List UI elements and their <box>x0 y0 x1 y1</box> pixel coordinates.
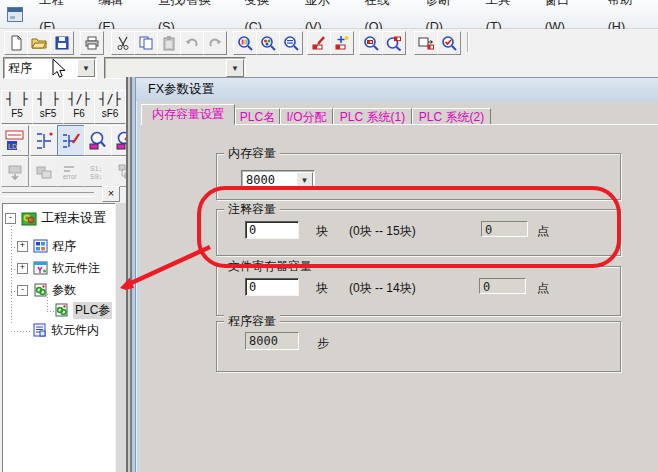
tree-item-parameter[interactable]: - 参数 <box>17 281 76 299</box>
undo-button[interactable] <box>180 31 204 55</box>
tree-root-label: 工程未设置 <box>41 209 106 227</box>
disabled-error-jump-button[interactable]: error <box>57 156 85 187</box>
disabled-block-button[interactable] <box>30 156 58 187</box>
tab-plc-name[interactable]: PLC名 <box>235 108 280 125</box>
toolbar-separator <box>467 32 469 52</box>
insert-star-icon <box>334 35 350 51</box>
save-button[interactable] <box>50 31 74 55</box>
find-contact-button[interactable] <box>256 31 280 55</box>
tree-item-device-memory[interactable]: 软元件内 <box>32 321 99 339</box>
plc-parameter-icon <box>54 303 69 317</box>
data-select-combo[interactable]: ▼ <box>104 57 246 79</box>
ladder-parallel-closed-button[interactable]: ┤/├sF6 <box>94 90 126 124</box>
tree-connector <box>11 220 12 325</box>
tree-connector <box>11 331 30 332</box>
cut-button[interactable] <box>111 31 135 55</box>
parallel-closed-icon: ┤/├ <box>95 91 125 107</box>
mouse-cursor <box>52 58 68 80</box>
red-pencil-icon <box>311 35 327 51</box>
transfer-setup-button[interactable] <box>414 31 438 55</box>
combo-dropdown-icon[interactable]: ▼ <box>226 59 244 77</box>
file-register-blocks-unit: 块 <box>316 280 328 297</box>
ladder-mark-icon: LD <box>5 130 25 152</box>
disabled-icon <box>35 163 53 181</box>
dock-grip[interactable] <box>2 192 94 197</box>
file-register-points-value: 0 <box>479 278 526 294</box>
magnifier-check-icon <box>441 35 457 51</box>
parallel-open-icon: ┤ ├ <box>33 91 63 107</box>
redo-button[interactable] <box>203 31 227 55</box>
insert-mode-button[interactable] <box>330 31 354 55</box>
combo-dropdown-icon[interactable]: ▼ <box>77 59 95 77</box>
monitor-mode-button[interactable] <box>359 31 383 55</box>
ladder-button-label: F6 <box>73 108 85 119</box>
disabled-sfc-step-button[interactable]: S1↓S9↓ <box>84 156 112 187</box>
tree-expand-icon[interactable]: + <box>17 241 28 252</box>
copy-icon <box>138 35 154 51</box>
find-ladder-button[interactable] <box>233 31 257 55</box>
monitor-write-button[interactable] <box>382 31 406 55</box>
paste-button[interactable] <box>157 31 181 55</box>
device-memory-icon <box>32 323 47 337</box>
find-device-button[interactable] <box>279 31 303 55</box>
program-check-button[interactable] <box>437 31 461 55</box>
tree-item-label: 软元件内 <box>51 322 99 339</box>
tree-view-button[interactable] <box>30 125 58 156</box>
floppy-icon <box>54 35 70 51</box>
tree-connector <box>47 311 54 312</box>
project-icon <box>21 211 37 226</box>
tab-io-assignment[interactable]: I/O分配 <box>280 108 333 125</box>
tree-item-program[interactable]: + 程序 <box>17 237 76 255</box>
program-select-combo[interactable]: 程序 ▼ <box>3 57 97 79</box>
panel-close-button[interactable]: × <box>102 186 120 202</box>
open-file-button[interactable] <box>27 31 51 55</box>
magnifier-register2-icon <box>386 35 402 51</box>
memory-capacity-value: 8000 <box>242 173 296 187</box>
tab-memory-capacity[interactable]: 内存容量设置 <box>141 104 235 125</box>
program-steps-unit: 步 <box>317 335 329 352</box>
application-window: 工程(F) 编辑(E) 查找/替换(S) 变换(C) 显示(V) 在线(O) 诊… <box>0 0 658 472</box>
tab-label: 内存容量设置 <box>152 107 224 121</box>
svg-text:S1↓: S1↓ <box>90 165 102 172</box>
program-icon <box>33 239 48 253</box>
new-file-icon <box>8 35 24 51</box>
disabled-step-run-button[interactable] <box>1 156 29 187</box>
child-window-icon[interactable] <box>7 7 23 22</box>
tree-expand-icon[interactable]: + <box>17 263 28 274</box>
ladder-open-contact-button[interactable]: ┤ ├F5 <box>1 90 33 124</box>
transfer-window-icon <box>418 35 434 51</box>
redo-icon <box>207 35 223 51</box>
tree-item-label: 参数 <box>52 282 76 299</box>
tree-collapse-icon[interactable]: - <box>5 213 16 224</box>
print-button[interactable] <box>80 31 104 55</box>
file-register-blocks-input[interactable]: 0 <box>245 278 299 296</box>
tab-plc-system-2[interactable]: PLC 系统(2) <box>412 108 491 125</box>
svg-text:error: error <box>63 173 78 180</box>
tree-edit-button[interactable] <box>57 125 85 156</box>
scissors-icon <box>115 35 131 51</box>
magnifier-rainbow-icon <box>237 35 253 51</box>
tree-root-project[interactable]: - 工程未设置 <box>5 209 106 227</box>
ladder-closed-contact-button[interactable]: ┤/├F6 <box>63 90 95 124</box>
copy-button[interactable] <box>134 31 158 55</box>
magnifier-pink-icon <box>88 131 108 151</box>
svg-text:LD: LD <box>8 142 17 149</box>
dialog-title-bar[interactable]: FX参数设置 <box>136 78 658 101</box>
file-register-range: (0块 -- 14块) <box>349 280 416 297</box>
tab-label: PLC 系统(2) <box>419 110 484 124</box>
ladder-mark-button[interactable]: LD <box>1 125 29 156</box>
new-file-button[interactable] <box>4 31 28 55</box>
write-mode-button[interactable] <box>307 31 331 55</box>
device-comment-icon <box>33 261 48 275</box>
main-toolbar <box>0 29 658 57</box>
paste-icon <box>161 35 177 51</box>
tab-plc-system-1[interactable]: PLC 系统(1) <box>333 108 412 125</box>
memory-capacity-label: 内存容量 <box>224 145 280 162</box>
menu-bar: 工程(F) 编辑(E) 查找/替换(S) 变换(C) 显示(V) 在线(O) 诊… <box>0 0 658 29</box>
monitor-window-button[interactable] <box>84 125 112 156</box>
file-register-points-unit: 点 <box>537 280 549 297</box>
tree-collapse-icon[interactable]: - <box>17 285 28 296</box>
ladder-parallel-open-button[interactable]: ┤ ├sF5 <box>32 90 64 124</box>
sfc-step-icon: S1↓S9↓ <box>88 162 108 182</box>
ladder-button-label: F5 <box>11 108 23 119</box>
